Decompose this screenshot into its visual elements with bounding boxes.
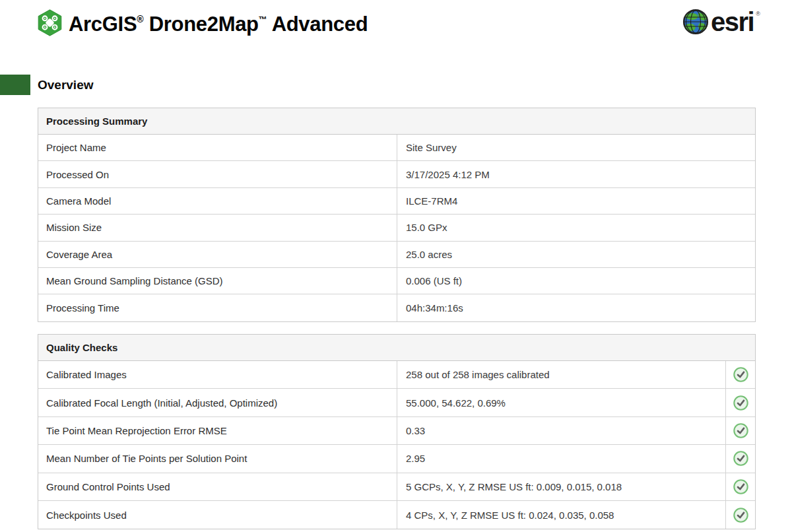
row-value: 2.95 <box>397 445 725 472</box>
row-value: 5 GCPs, X, Y, Z RMSE US ft: 0.009, 0.015… <box>397 473 725 500</box>
table-row: Tie Point Mean Reprojection Error RMSE 0… <box>38 417 755 445</box>
section-title: Overview <box>38 75 94 95</box>
row-label: Calibrated Focal Length (Initial, Adjust… <box>38 389 397 416</box>
table-row: Mean Number of Tie Points per Solution P… <box>38 445 755 473</box>
row-value: 25.0 acres <box>397 242 755 267</box>
processing-summary-header: Processing Summary <box>38 108 755 135</box>
row-label: Coverage Area <box>38 242 397 267</box>
status-cell <box>725 473 755 500</box>
check-icon <box>733 367 748 382</box>
row-label: Mean Number of Tie Points per Solution P… <box>38 445 397 472</box>
status-cell <box>725 361 755 388</box>
row-value: 3/17/2025 4:12 PM <box>397 161 755 187</box>
table-row: Processing Time 04h:34m:16s <box>38 294 755 321</box>
row-label: Tie Point Mean Reprojection Error RMSE <box>38 417 397 444</box>
check-icon <box>733 423 748 438</box>
esri-logo-text: esri <box>711 9 754 35</box>
page-title: ArcGIS® Drone2Map™ Advanced <box>69 7 368 38</box>
drone-hexagon-icon <box>38 9 62 36</box>
table-row: Coverage Area 25.0 acres <box>38 242 755 268</box>
row-value: 258 out of 258 images calibrated <box>397 361 725 388</box>
section-accent-block <box>0 75 30 95</box>
check-icon <box>733 395 748 411</box>
table-row: Mission Size 15.0 GPx <box>38 215 755 241</box>
table-row: Camera Model ILCE-7RM4 <box>38 188 755 215</box>
check-icon <box>733 508 748 523</box>
status-cell <box>725 389 755 416</box>
row-value: 55.000, 54.622, 0.69% <box>397 389 725 416</box>
status-cell <box>725 417 755 444</box>
table-row: Checkpoints Used 4 CPs, X, Y, Z RMSE US … <box>38 501 755 529</box>
trademark-mark: ™ <box>259 15 267 24</box>
registered-mark: ® <box>137 14 143 24</box>
row-value: 0.33 <box>397 417 725 444</box>
row-value: 04h:34m:16s <box>397 294 755 321</box>
table-row: Mean Ground Sampling Distance (GSD) 0.00… <box>38 268 755 294</box>
row-value: 0.006 (US ft) <box>397 268 755 294</box>
esri-registered-mark: ® <box>756 11 760 17</box>
row-label: Mission Size <box>38 215 397 240</box>
row-label: Checkpoints Used <box>38 501 397 529</box>
row-value: 4 CPs, X, Y, Z RMSE US ft: 0.024, 0.035,… <box>397 501 725 529</box>
table-row: Processed On 3/17/2025 4:12 PM <box>38 161 755 187</box>
quality-checks-table: Quality Checks Calibrated Images 258 out… <box>38 334 756 529</box>
esri-logo: esri ® <box>682 9 760 35</box>
app-header: ArcGIS® Drone2Map™ Advanced <box>38 7 368 38</box>
row-label: Mean Ground Sampling Distance (GSD) <box>38 268 397 294</box>
row-label: Processing Time <box>38 294 397 321</box>
table-row: Project Name Site Survey <box>38 135 755 161</box>
table-row: Ground Control Points Used 5 GCPs, X, Y,… <box>38 473 755 501</box>
row-label: Camera Model <box>38 188 397 214</box>
row-label: Calibrated Images <box>38 361 397 388</box>
row-label: Processed On <box>38 161 397 187</box>
status-cell <box>725 501 755 529</box>
row-label: Project Name <box>38 135 397 160</box>
row-value: 15.0 GPx <box>397 215 755 240</box>
esri-globe-icon <box>682 9 709 35</box>
row-value: Site Survey <box>397 135 755 160</box>
status-cell <box>725 445 755 472</box>
quality-checks-header: Quality Checks <box>38 335 755 361</box>
processing-summary-table: Processing Summary Project Name Site Sur… <box>38 108 756 322</box>
table-row: Calibrated Focal Length (Initial, Adjust… <box>38 389 755 416</box>
row-label: Ground Control Points Used <box>38 473 397 500</box>
check-icon <box>733 451 748 466</box>
row-value: ILCE-7RM4 <box>397 188 755 214</box>
table-row: Calibrated Images 258 out of 258 images … <box>38 361 755 389</box>
check-icon <box>733 479 748 494</box>
